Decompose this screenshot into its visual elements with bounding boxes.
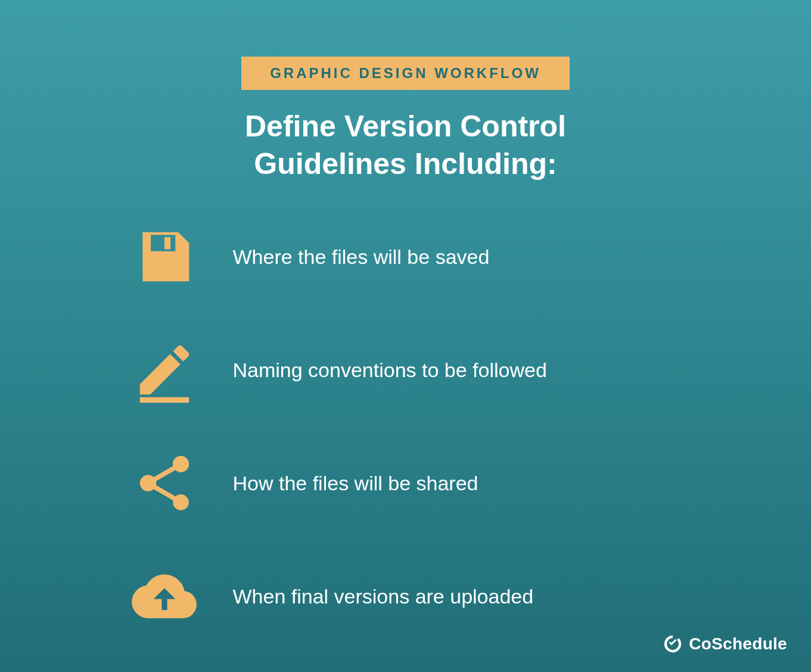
save-icon xyxy=(132,224,197,290)
guidelines-list: Where the files will be saved Naming con… xyxy=(132,224,680,629)
share-icon xyxy=(132,450,197,516)
category-badge-text: GRAPHIC DESIGN WORKFLOW xyxy=(270,65,541,81)
cloud-upload-icon xyxy=(132,564,197,629)
pencil-icon xyxy=(132,337,197,403)
list-item: How the files will be shared xyxy=(132,450,680,516)
category-badge: GRAPHIC DESIGN WORKFLOW xyxy=(241,57,570,90)
list-item-text: When final versions are uploaded xyxy=(233,585,534,608)
brand-logo-mark-icon xyxy=(663,634,683,654)
headline: Define Version Control Guidelines Includ… xyxy=(167,108,644,182)
brand-logo: CoSchedule xyxy=(663,634,787,654)
list-item-text: Naming conventions to be followed xyxy=(233,359,547,382)
list-item: Naming conventions to be followed xyxy=(132,337,680,403)
list-item-text: Where the files will be saved xyxy=(233,245,490,269)
list-item: When final versions are uploaded xyxy=(132,564,680,629)
list-item: Where the files will be saved xyxy=(132,224,680,290)
infographic-container: GRAPHIC DESIGN WORKFLOW Define Version C… xyxy=(0,0,811,629)
brand-logo-text: CoSchedule xyxy=(689,634,787,654)
list-item-text: How the files will be shared xyxy=(233,472,478,495)
